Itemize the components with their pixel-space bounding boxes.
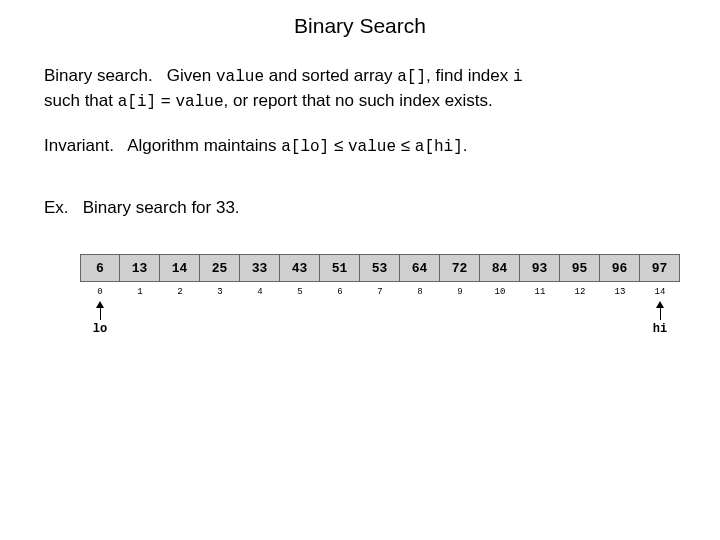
array-index: 8 — [400, 282, 440, 297]
array-cell: 93 — [520, 254, 560, 282]
text: = — [156, 91, 175, 110]
array-index: 5 — [280, 282, 320, 297]
pointer-slot — [400, 301, 440, 347]
hi-pointer-label: hi — [653, 322, 667, 336]
array-index: 2 — [160, 282, 200, 297]
arrow-up-icon — [656, 301, 664, 308]
pointer-slot: lo — [80, 301, 120, 347]
array-index: 9 — [440, 282, 480, 297]
code-alo: a[lo] — [281, 138, 329, 156]
array-cell: 51 — [320, 254, 360, 282]
lead-term: Ex. — [44, 198, 69, 217]
code-i: i — [513, 68, 523, 86]
text: , or report that no such index exists. — [224, 91, 493, 110]
pointer-slot — [280, 301, 320, 347]
array-cell: 33 — [240, 254, 280, 282]
code-ai: a[i] — [118, 93, 156, 111]
array-cell: 14 — [160, 254, 200, 282]
array-index: 6 — [320, 282, 360, 297]
array-index: 13 — [600, 282, 640, 297]
code-value: value — [216, 68, 264, 86]
pointer-slot — [440, 301, 480, 347]
array-cell: 95 — [560, 254, 600, 282]
code-array: a[] — [397, 68, 426, 86]
lo-pointer-label: lo — [93, 322, 107, 336]
invariant-paragraph: Invariant. Algorithm maintains a[lo] ≤ v… — [44, 134, 676, 159]
slide: Binary Search Binary search. Given value… — [0, 0, 720, 540]
arrow-up-icon — [96, 301, 104, 308]
text: , find index — [426, 66, 513, 85]
array-index: 1 — [120, 282, 160, 297]
example-paragraph: Ex. Binary search for 33. — [44, 196, 676, 221]
array-cell: 97 — [640, 254, 680, 282]
array-cell: 96 — [600, 254, 640, 282]
leq: ≤ — [329, 136, 348, 155]
text: Algorithm maintains — [127, 136, 281, 155]
array-index: 7 — [360, 282, 400, 297]
pointer-slot — [160, 301, 200, 347]
leq: ≤ — [396, 136, 415, 155]
array-diagram: 61314253343515364728493959697 0123456789… — [80, 254, 680, 347]
code-value2: value — [176, 93, 224, 111]
array-index: 11 — [520, 282, 560, 297]
array-cell: 25 — [200, 254, 240, 282]
array-cell: 53 — [360, 254, 400, 282]
array-index: 10 — [480, 282, 520, 297]
array-cell: 64 — [400, 254, 440, 282]
array-cell: 43 — [280, 254, 320, 282]
pointer-slot — [600, 301, 640, 347]
page-title: Binary Search — [44, 14, 676, 38]
array-index: 0 — [80, 282, 120, 297]
text: such that — [44, 91, 118, 110]
lead-term: Invariant. — [44, 136, 114, 155]
array-index: 12 — [560, 282, 600, 297]
pointer-slot: hi — [640, 301, 680, 347]
array-cell: 6 — [80, 254, 120, 282]
pointer-slot — [320, 301, 360, 347]
array-index: 14 — [640, 282, 680, 297]
text: . — [463, 136, 468, 155]
array-indices-row: 01234567891011121314 — [80, 282, 680, 297]
array-cell: 13 — [120, 254, 160, 282]
array-cell: 72 — [440, 254, 480, 282]
pointer-slot — [480, 301, 520, 347]
code-value3: value — [348, 138, 396, 156]
text: Given — [167, 66, 216, 85]
pointer-slot — [520, 301, 560, 347]
pointer-slot — [120, 301, 160, 347]
array-index: 3 — [200, 282, 240, 297]
pointer-slot — [200, 301, 240, 347]
array-index: 4 — [240, 282, 280, 297]
array-cell: 84 — [480, 254, 520, 282]
arrow-stem — [660, 308, 661, 320]
code-ahi: a[hi] — [415, 138, 463, 156]
arrow-stem — [100, 308, 101, 320]
lead-term: Binary search. — [44, 66, 153, 85]
array-pointers-row: lohi — [80, 301, 680, 347]
pointer-slot — [240, 301, 280, 347]
text: Binary search for 33. — [83, 198, 240, 217]
array-values-row: 61314253343515364728493959697 — [80, 254, 680, 282]
pointer-slot — [360, 301, 400, 347]
pointer-slot — [560, 301, 600, 347]
definition-paragraph: Binary search. Given value and sorted ar… — [44, 64, 676, 114]
text: and sorted array — [264, 66, 397, 85]
